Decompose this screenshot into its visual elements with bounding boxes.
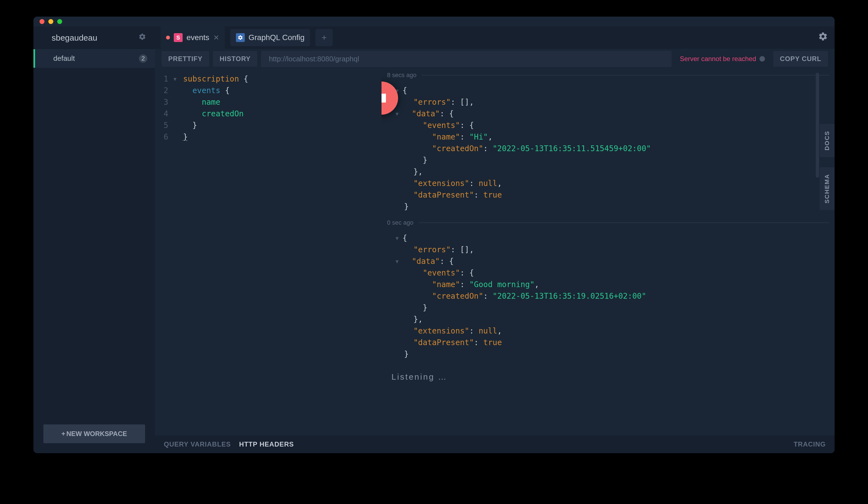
- plus-icon: +: [61, 430, 65, 438]
- query-variables-tab[interactable]: QUERY VARIABLES: [164, 441, 231, 448]
- close-tab-icon[interactable]: ✕: [213, 33, 219, 42]
- query-editor[interactable]: 1▾ subscription {2 events {3 name4 creat…: [155, 69, 382, 435]
- query-line[interactable]: 6 }: [159, 131, 382, 143]
- new-tab-button[interactable]: +: [316, 29, 333, 46]
- subscription-icon: S: [174, 33, 183, 42]
- history-button[interactable]: HISTORY: [213, 51, 257, 66]
- response-json-block[interactable]: ▾{ "errors": [], ▾ "data": { "events": {…: [382, 228, 835, 364]
- scrollbar[interactable]: [816, 73, 819, 178]
- tab-graphql-config[interactable]: GraphQL Config: [230, 29, 310, 46]
- editor-split: 1▾ subscription {2 events {3 name4 creat…: [155, 69, 835, 435]
- editor-area: S events ✕ GraphQL Config + PRETTIFY HIS: [155, 26, 835, 453]
- sidebar-item-badge: 2: [139, 54, 147, 63]
- new-workspace-button[interactable]: + NEW WORKSPACE: [43, 424, 145, 443]
- side-tabs: DOCS SCHEMA: [820, 124, 835, 210]
- response-json-block[interactable]: ▾{ "errors": [], ▾ "data": { "events": {…: [382, 81, 835, 216]
- titlebar: [33, 17, 835, 26]
- workspace-name: sbegaudeau: [52, 33, 97, 43]
- minimize-window-icon[interactable]: [48, 19, 53, 24]
- app-settings-icon[interactable]: [818, 31, 828, 44]
- copy-curl-button[interactable]: COPY CURL: [773, 51, 828, 66]
- query-line[interactable]: 4 createdOn: [159, 108, 382, 120]
- status-dot-icon: [760, 56, 765, 62]
- schema-tab[interactable]: SCHEMA: [820, 167, 835, 210]
- server-status: Server cannot be reached: [675, 55, 769, 63]
- sidebar-header: sbegaudeau: [33, 26, 155, 49]
- tab-label: GraphQL Config: [249, 33, 305, 42]
- query-line[interactable]: 5 }: [159, 120, 382, 131]
- new-workspace-label: NEW WORKSPACE: [66, 430, 127, 438]
- sidebar-item-default[interactable]: default 2: [33, 49, 155, 68]
- workspace-settings-icon[interactable]: [138, 33, 146, 43]
- unsaved-dot-icon: [166, 35, 170, 40]
- query-line[interactable]: 3 name: [159, 96, 382, 108]
- stop-icon: [382, 94, 386, 103]
- tabs-row: S events ✕ GraphQL Config +: [155, 26, 835, 49]
- close-window-icon[interactable]: [40, 19, 44, 24]
- listening-status: Listening …: [382, 364, 835, 390]
- response-pane: 8 secs ago▾{ "errors": [], ▾ "data": { "…: [382, 69, 835, 435]
- query-line[interactable]: 1▾ subscription {: [159, 73, 382, 85]
- server-status-text: Server cannot be reached: [680, 55, 756, 63]
- tracing-tab[interactable]: TRACING: [794, 441, 826, 448]
- response-timestamp: 0 sec ago: [382, 216, 835, 228]
- footer: QUERY VARIABLES HTTP HEADERS TRACING: [155, 435, 835, 453]
- response-timestamp: 8 secs ago: [382, 69, 835, 81]
- toolbar: PRETTIFY HISTORY Server cannot be reache…: [155, 49, 835, 69]
- query-line[interactable]: 2 events {: [159, 85, 382, 96]
- main-content: sbegaudeau default 2 + NEW WORKSPACE S e…: [33, 26, 835, 453]
- endpoint-input[interactable]: [261, 51, 672, 67]
- app-window: sbegaudeau default 2 + NEW WORKSPACE S e…: [33, 17, 835, 453]
- http-headers-tab[interactable]: HTTP HEADERS: [239, 441, 294, 448]
- tab-label: events: [186, 33, 209, 42]
- prettify-button[interactable]: PRETTIFY: [162, 51, 209, 66]
- tab-events[interactable]: S events ✕: [161, 26, 225, 49]
- sidebar-item-label: default: [53, 54, 75, 63]
- maximize-window-icon[interactable]: [57, 19, 62, 24]
- sidebar: sbegaudeau default 2 + NEW WORKSPACE: [33, 26, 155, 453]
- docs-tab[interactable]: DOCS: [820, 124, 835, 157]
- config-gear-icon: [236, 33, 245, 42]
